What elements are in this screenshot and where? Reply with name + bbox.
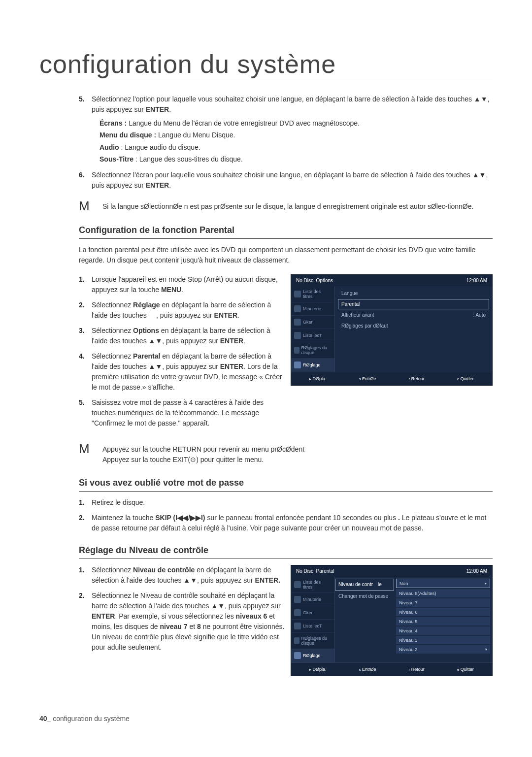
- parental-intro: La fonction parental peut être utilisée …: [79, 245, 493, 265]
- top-steps: Sélectionnez l'option pour laquelle vous…: [79, 94, 493, 191]
- f-step-2: Maintenez la touche SKIP (I◀◀/▶▶I) sur l…: [79, 513, 493, 533]
- page-number: 40_: [39, 715, 51, 723]
- note-2: M Appuyez sur la touche RETURN pour reve…: [79, 442, 493, 465]
- step-6: Sélectionnez l'écran pour laquelle vous …: [79, 170, 493, 191]
- level-heading: Réglage du Niveau de contrôle: [79, 545, 493, 559]
- page-title: configuration du système: [39, 49, 493, 82]
- osd-levels: Non▸ Niveau 8(Adultes) Niveau 7 Niveau 6…: [394, 577, 492, 662]
- check-icon: ▸: [485, 581, 487, 586]
- osd-screenshot-parental: No Disc Parental 12:00 AM Liste des titr…: [291, 565, 493, 676]
- note-1: M Si la langue sØlectionnØe n est pas pr…: [79, 199, 493, 212]
- p-step-4: Sélectionnez Parental en déplaçant la ba…: [79, 351, 285, 393]
- p-step-2: Sélectionnez Réglage en déplaçant la bar…: [79, 300, 285, 321]
- step-5: Sélectionnez l'option pour laquelle vous…: [79, 94, 493, 165]
- p-step-5: Saisissez votre mot de passe à 4 caractè…: [79, 397, 285, 428]
- parental-heading: Configuration de la fonction Parental: [79, 225, 493, 239]
- l-step-1: Sélectionnez Niveau de contrôle en dépla…: [79, 565, 285, 586]
- page-footer: 40_ configuration du système: [39, 715, 493, 723]
- forgot-heading: Si vous avez oublié votre mot de passe: [79, 478, 493, 492]
- note-icon: M: [79, 199, 92, 212]
- f-step-1: Retirez le disque.: [79, 497, 493, 508]
- down-icon: ▾: [485, 647, 487, 652]
- note-2a: Appuyez sur la touche RETURN pour reveni…: [102, 444, 304, 455]
- osd-screenshot-options: No Disc Options 12:00 AM Liste des titre…: [291, 274, 493, 386]
- note-2b: Appuyez sur la touche EXIT(⊙) pour quitt…: [102, 455, 304, 465]
- p-step-3: Sélectionnez Options en déplaçant la bar…: [79, 326, 285, 346]
- step-5-defs: Écrans : Langue du Menu de l'écran de vo…: [100, 118, 493, 165]
- note-1-text: Si la langue sØlectionnØe n est pas prØs…: [102, 199, 473, 212]
- forgot-steps: Retirez le disque. Maintenez la touche S…: [79, 497, 493, 533]
- p-step-1: Lorsque l'appareil est en mode Stop (Arr…: [79, 274, 285, 295]
- note-icon: M: [79, 442, 92, 455]
- gear-icon: [294, 362, 301, 368]
- level-steps: Sélectionnez Niveau de contrôle en dépla…: [79, 565, 285, 653]
- gear-icon: [294, 652, 301, 659]
- osd-main: Langue Parental Afficheur avant: Auto RØ…: [335, 286, 492, 372]
- osd-submenu: Niveau de contr le Changer mot de passe: [335, 577, 394, 662]
- parental-steps: Lorsque l'appareil est en mode Stop (Arr…: [79, 274, 285, 428]
- main-content: Sélectionnez l'option pour laquelle vous…: [39, 94, 493, 685]
- osd-sidebar: Liste des titres Minuterie Gker Liste le…: [291, 577, 335, 662]
- osd-sidebar: Liste des titres Minuterie Gker Liste le…: [291, 286, 335, 372]
- l-step-2: Sélectionnez le Niveau de contrôle souha…: [79, 591, 285, 653]
